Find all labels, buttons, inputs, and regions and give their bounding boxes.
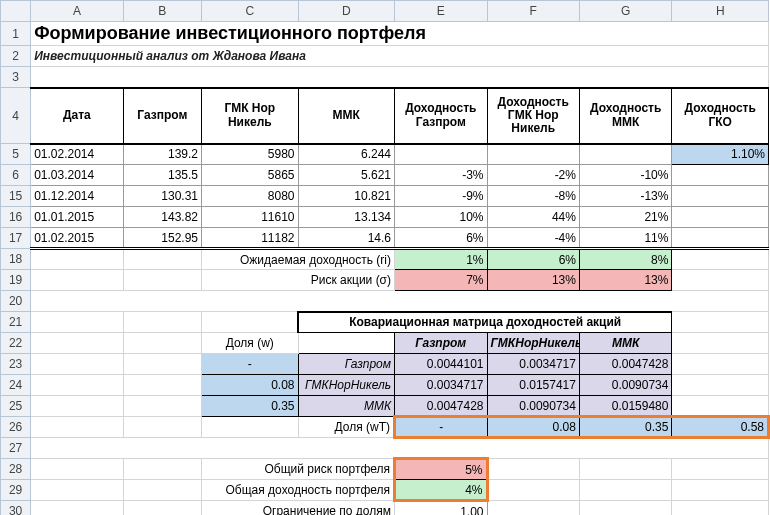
cell[interactable]: 152.95 bbox=[123, 228, 201, 249]
cell[interactable]: 0.0157417 bbox=[487, 375, 579, 396]
cell[interactable]: 5865 bbox=[202, 165, 299, 186]
cell[interactable] bbox=[31, 312, 123, 333]
cell[interactable] bbox=[672, 270, 769, 291]
cell[interactable]: 01.01.2015 bbox=[31, 207, 123, 228]
cell[interactable] bbox=[672, 312, 769, 333]
portfolio-risk-label[interactable]: Общий риск портфеля bbox=[202, 459, 395, 480]
cell[interactable]: 0.0044101 bbox=[395, 354, 487, 375]
cov-row-header[interactable]: ГМКНорНикель bbox=[298, 375, 395, 396]
col-header-G[interactable]: G bbox=[579, 1, 671, 22]
cell[interactable]: 130.31 bbox=[123, 186, 201, 207]
cell[interactable] bbox=[487, 144, 579, 165]
cell[interactable]: 4% bbox=[395, 480, 487, 501]
cov-row-header[interactable]: ММК bbox=[298, 396, 395, 417]
column-headers[interactable]: A B C D E F G H bbox=[1, 1, 769, 22]
cell[interactable] bbox=[487, 459, 579, 480]
row-header[interactable]: 1 bbox=[1, 22, 31, 46]
cell[interactable]: 44% bbox=[487, 207, 579, 228]
table-header[interactable]: Газпром bbox=[123, 88, 201, 144]
cell[interactable]: 6% bbox=[395, 228, 487, 249]
col-header-D[interactable]: D bbox=[298, 1, 395, 22]
cell[interactable] bbox=[31, 501, 123, 516]
row-header[interactable]: 5 bbox=[1, 144, 31, 165]
cell[interactable]: 0.0034717 bbox=[487, 354, 579, 375]
cell[interactable] bbox=[579, 144, 671, 165]
row-header[interactable]: 25 bbox=[1, 396, 31, 417]
cell[interactable] bbox=[672, 396, 769, 417]
cell[interactable]: -10% bbox=[579, 165, 671, 186]
cell[interactable] bbox=[579, 501, 671, 516]
cell[interactable]: 143.82 bbox=[123, 207, 201, 228]
cell[interactable]: 0.0090734 bbox=[487, 396, 579, 417]
cell[interactable]: 6.244 bbox=[298, 144, 395, 165]
cell[interactable]: 13.134 bbox=[298, 207, 395, 228]
cell[interactable]: -2% bbox=[487, 165, 579, 186]
cov-col-header[interactable]: Газпром bbox=[395, 333, 487, 354]
cov-row-header[interactable]: Газпром bbox=[298, 354, 395, 375]
cell[interactable]: 1% bbox=[395, 249, 487, 270]
cell[interactable] bbox=[31, 417, 123, 438]
table-header[interactable]: Дата bbox=[31, 88, 123, 144]
cell[interactable] bbox=[672, 480, 769, 501]
cell[interactable]: 0.0034717 bbox=[395, 375, 487, 396]
cell[interactable]: -4% bbox=[487, 228, 579, 249]
cell[interactable] bbox=[31, 459, 123, 480]
cell[interactable] bbox=[672, 501, 769, 516]
cell[interactable] bbox=[672, 249, 769, 270]
cell[interactable] bbox=[298, 333, 395, 354]
cell[interactable]: 13% bbox=[579, 270, 671, 291]
col-header-F[interactable]: F bbox=[487, 1, 579, 22]
cell[interactable] bbox=[395, 144, 487, 165]
row-header[interactable]: 24 bbox=[1, 375, 31, 396]
cell[interactable] bbox=[31, 333, 123, 354]
cell[interactable]: 01.12.2014 bbox=[31, 186, 123, 207]
risk-label[interactable]: Риск акции (σ) bbox=[202, 270, 395, 291]
row-header[interactable]: 29 bbox=[1, 480, 31, 501]
col-header-B[interactable]: B bbox=[123, 1, 201, 22]
table-header[interactable]: Доходность Газпром bbox=[395, 88, 487, 144]
cell[interactable]: 10% bbox=[395, 207, 487, 228]
cell[interactable]: -3% bbox=[395, 165, 487, 186]
cell[interactable]: -13% bbox=[579, 186, 671, 207]
cell[interactable]: 10.821 bbox=[298, 186, 395, 207]
cell[interactable] bbox=[123, 354, 201, 375]
cell[interactable] bbox=[31, 354, 123, 375]
cell[interactable] bbox=[202, 417, 299, 438]
row-header[interactable]: 4 bbox=[1, 88, 31, 144]
cell[interactable]: 0.0047428 bbox=[579, 354, 671, 375]
cell[interactable] bbox=[123, 417, 201, 438]
col-header-A[interactable]: A bbox=[31, 1, 123, 22]
cell[interactable]: 0.35 bbox=[202, 396, 299, 417]
row-header[interactable]: 27 bbox=[1, 438, 31, 459]
cell[interactable] bbox=[31, 291, 769, 312]
cell[interactable]: 5.621 bbox=[298, 165, 395, 186]
cell[interactable]: 139.2 bbox=[123, 144, 201, 165]
cell[interactable]: 8% bbox=[579, 249, 671, 270]
row-header[interactable]: 16 bbox=[1, 207, 31, 228]
col-header-E[interactable]: E bbox=[395, 1, 487, 22]
cell[interactable] bbox=[31, 480, 123, 501]
cell[interactable]: 01.02.2014 bbox=[31, 144, 123, 165]
cell[interactable] bbox=[672, 165, 769, 186]
constraint-label[interactable]: Ограничение по долям bbox=[202, 501, 395, 516]
row-header[interactable]: 21 bbox=[1, 312, 31, 333]
cell[interactable]: -8% bbox=[487, 186, 579, 207]
select-all-corner[interactable] bbox=[1, 1, 31, 22]
spreadsheet[interactable]: A B C D E F G H 1 Формирование инвестици… bbox=[0, 0, 770, 515]
cell[interactable]: 11610 bbox=[202, 207, 299, 228]
cell[interactable] bbox=[672, 207, 769, 228]
cov-col-header[interactable]: ММК bbox=[579, 333, 671, 354]
cell[interactable]: 8080 bbox=[202, 186, 299, 207]
cell[interactable]: 11182 bbox=[202, 228, 299, 249]
cell[interactable] bbox=[123, 249, 201, 270]
cell[interactable] bbox=[672, 354, 769, 375]
cell[interactable] bbox=[31, 438, 769, 459]
cell[interactable]: - bbox=[395, 417, 487, 438]
cell[interactable]: 01.02.2015 bbox=[31, 228, 123, 249]
weight-label[interactable]: Доля (w) bbox=[202, 333, 299, 354]
cell[interactable]: 0.08 bbox=[202, 375, 299, 396]
cell[interactable]: 6% bbox=[487, 249, 579, 270]
cell[interactable] bbox=[672, 333, 769, 354]
cell[interactable]: 5980 bbox=[202, 144, 299, 165]
cell[interactable] bbox=[123, 270, 201, 291]
